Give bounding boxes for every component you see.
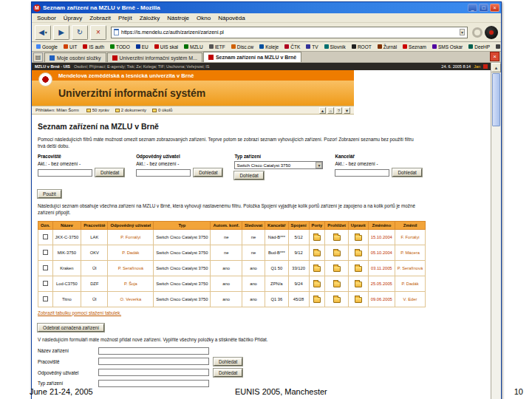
scrollbar-thumb[interactable]: [492, 73, 500, 126]
back-button[interactable]: ◀▾: [35, 25, 51, 40]
up-icon[interactable]: ▲: [319, 107, 326, 114]
table-header-cell[interactable]: Porty: [309, 221, 325, 229]
bookmark-item[interactable]: UIT: [64, 44, 77, 50]
table-header-cell[interactable]: Změnil: [395, 221, 425, 229]
stop-button[interactable]: ×: [90, 25, 106, 40]
bookmark-item[interactable]: MZLU: [184, 44, 203, 50]
bookmark-item[interactable]: IS auth: [83, 44, 104, 50]
uis-topbar-item[interactable]: IS: [203, 64, 209, 69]
window-titlebar[interactable]: M Seznam zařízení na MZLU v Brně - Mozil…: [32, 2, 501, 13]
form-input[interactable]: [98, 369, 209, 376]
bookmark-item[interactable]: Disc.cw: [231, 44, 253, 50]
menu-item[interactable]: Zobrazit: [89, 15, 111, 21]
bookmark-item[interactable]: Koleje: [259, 44, 279, 50]
table-header-cell[interactable]: Prohlížet: [325, 221, 348, 229]
row-checkbox[interactable]: [43, 250, 48, 255]
kancelar-input[interactable]: [335, 169, 389, 177]
dohledat-button[interactable]: Dohledat: [214, 358, 242, 366]
url-dropdown-icon[interactable]: ▾: [460, 29, 465, 35]
menu-item[interactable]: Nápověda: [218, 15, 245, 21]
back-dropdown-icon[interactable]: ▾: [45, 30, 47, 35]
pracoviste-input[interactable]: [38, 169, 92, 177]
browser-tab[interactable]: Univerzitní informační systém M...: [107, 52, 202, 62]
reload-button[interactable]: ↻: [72, 25, 88, 40]
uis-topbar-item[interactable]: Kolega: [141, 64, 156, 69]
uis-topbar-item[interactable]: E-agendy: [105, 64, 125, 69]
table-header-cell[interactable]: Ozn.: [38, 221, 53, 229]
close-button[interactable]: ×: [490, 4, 499, 12]
edit-folder-icon[interactable]: [355, 266, 362, 272]
bookmark-item[interactable]: Žurnál: [378, 44, 397, 50]
cell-uzivatel-link[interactable]: P. Serafínová: [108, 260, 154, 276]
vertical-scrollbar[interactable]: ▲ ▼: [491, 63, 501, 399]
cell-uzivatel-link[interactable]: O. Veverka: [108, 291, 154, 307]
help-icon[interactable]: ?: [335, 107, 342, 114]
dohledat-button[interactable]: Dohledat: [234, 171, 263, 180]
bookmark-item[interactable]: TV: [306, 44, 318, 50]
bookmark-item[interactable]: Ipan: [496, 44, 501, 50]
table-header-cell[interactable]: Sledovat: [242, 221, 265, 229]
menu-item[interactable]: Nástroje: [167, 15, 189, 21]
dohledat-button[interactable]: Dohledat: [392, 168, 421, 177]
home-icon[interactable]: ⌂: [327, 107, 334, 114]
row-checkbox[interactable]: [43, 234, 48, 239]
dohledat-button[interactable]: Dohledat: [95, 168, 124, 177]
table-header-cell[interactable]: Kancelář: [265, 221, 289, 229]
edit-folder-icon[interactable]: [355, 250, 362, 256]
bookmark-item[interactable]: TODO: [110, 44, 130, 50]
cell-zmenil-link[interactable]: F. Fortályi: [395, 229, 425, 245]
menu-item[interactable]: Přejít: [118, 15, 132, 21]
table-header-cell[interactable]: Spojení: [288, 221, 309, 229]
table-display-link[interactable]: Zobrazit tabulku pomocí stažení tabulek.: [38, 310, 485, 316]
uis-topbar-item[interactable]: Veřejnost: [184, 64, 203, 69]
form-input[interactable]: [98, 347, 209, 355]
view-folder-icon[interactable]: [333, 297, 341, 303]
row-checkbox[interactable]: [43, 281, 48, 286]
uis-topbar-item[interactable]: Přijímací: [87, 64, 105, 69]
bookmark-item[interactable]: IETF: [209, 44, 225, 50]
edit-folder-icon[interactable]: [355, 235, 362, 241]
menu-item[interactable]: Záložky: [140, 15, 160, 21]
bookmark-item[interactable]: Seznam: [403, 44, 426, 50]
table-header-cell[interactable]: Typ: [154, 221, 211, 229]
tab-list-icon[interactable]: ▤: [33, 52, 43, 62]
maximize-button[interactable]: □: [479, 4, 488, 12]
bookmark-item[interactable]: DeeHP: [468, 44, 490, 50]
url-text[interactable]: https://is.mendelu.cz/auth/zarizeni/zari…: [121, 30, 457, 35]
table-header-cell[interactable]: Upravit: [348, 221, 368, 229]
bookmark-item[interactable]: SMS Oskar: [432, 44, 463, 50]
table-header-cell[interactable]: Pracoviště: [81, 221, 108, 229]
edit-folder-icon[interactable]: [355, 297, 362, 303]
view-folder-icon[interactable]: [333, 250, 341, 256]
chevron-down-icon[interactable]: ▼: [316, 162, 322, 168]
dohledat-button[interactable]: Dohledat: [194, 168, 222, 177]
dohledat-button[interactable]: Dohledat: [214, 369, 242, 377]
mail-icon[interactable]: [86, 109, 91, 112]
logout-icon[interactable]: [483, 64, 488, 69]
print-ring-icon[interactable]: [472, 27, 482, 38]
messages-count[interactable]: 50 zpráv: [92, 108, 109, 112]
table-header-cell[interactable]: Změněno: [368, 221, 395, 229]
table-header-cell[interactable]: Odpovědný uživatel: [108, 221, 154, 229]
bookmark-item[interactable]: ROOT: [352, 44, 372, 50]
scroll-up-icon[interactable]: ▲: [491, 63, 501, 72]
tasks-count[interactable]: 0 úkolů: [158, 108, 172, 112]
remove-devices-button[interactable]: Odebrat označená zařízení: [38, 324, 104, 332]
cell-zmenil-link[interactable]: P. Mácera: [395, 245, 425, 260]
ports-folder-icon[interactable]: [313, 250, 321, 256]
view-folder-icon[interactable]: [333, 282, 341, 287]
cell-zmenil-link[interactable]: V. Eder: [395, 291, 425, 307]
cell-uzivatel-link[interactable]: P. Šoja: [108, 276, 154, 291]
bookmark-item[interactable]: Google: [36, 44, 58, 50]
menu-item[interactable]: Úpravy: [64, 15, 82, 21]
table-header-cell[interactable]: Autom. konf.: [211, 221, 242, 229]
url-bar[interactable]: https://is.mendelu.cz/auth/zarizeni/zari…: [111, 27, 468, 38]
bookmark-item[interactable]: ČTK: [284, 44, 300, 50]
minimize-button[interactable]: _: [468, 4, 477, 12]
close-tab-button[interactable]: ×: [490, 52, 499, 61]
browser-tab[interactable]: Seznam zařízení na MZLU v Brně: [203, 52, 301, 62]
bookmark-item[interactable]: UIS skal: [154, 44, 178, 50]
menu-item[interactable]: Okno: [197, 15, 211, 21]
cell-zmenil-link[interactable]: P. Serafínová: [395, 260, 425, 276]
ports-folder-icon[interactable]: [313, 266, 321, 272]
